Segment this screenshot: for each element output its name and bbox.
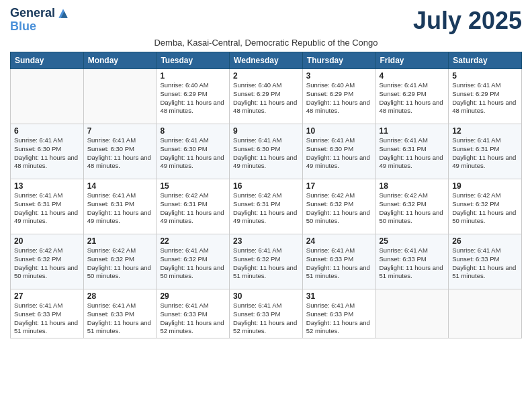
day-info: Sunrise: 6:40 AMSunset: 6:29 PMDaylight:… [233,81,299,116]
table-cell: 20Sunrise: 6:42 AMSunset: 6:32 PMDayligh… [11,234,84,289]
day-info: Sunrise: 6:41 AMSunset: 6:31 PMDaylight:… [87,191,153,226]
table-cell: 30Sunrise: 6:41 AMSunset: 6:33 PMDayligh… [230,289,303,338]
table-cell: 9Sunrise: 6:41 AMSunset: 6:30 PMDaylight… [230,124,303,179]
day-number: 28 [87,291,153,301]
table-cell: 11Sunrise: 6:41 AMSunset: 6:31 PMDayligh… [375,124,449,179]
day-info: Sunrise: 6:41 AMSunset: 6:31 PMDaylight:… [452,136,518,171]
day-number: 13 [14,181,80,191]
day-number: 10 [306,126,372,136]
table-cell: 17Sunrise: 6:42 AMSunset: 6:32 PMDayligh… [302,179,375,234]
table-cell: 3Sunrise: 6:40 AMSunset: 6:29 PMDaylight… [302,69,375,124]
day-number: 30 [233,291,299,301]
day-number: 4 [380,71,445,81]
day-number: 29 [160,291,226,301]
page: General Blue July 2025 Demba, Kasai-Cent… [0,0,532,411]
month-title: July 2025 [413,7,522,35]
day-info: Sunrise: 6:42 AMSunset: 6:32 PMDaylight:… [452,191,518,226]
table-cell: 4Sunrise: 6:41 AMSunset: 6:29 PMDaylight… [375,69,449,124]
day-number: 31 [306,291,372,301]
day-number: 25 [380,236,445,246]
day-number: 23 [233,236,299,246]
col-thursday: Thursday [302,52,375,69]
day-info: Sunrise: 6:41 AMSunset: 6:33 PMDaylight:… [452,246,518,281]
day-info: Sunrise: 6:41 AMSunset: 6:30 PMDaylight:… [233,136,299,171]
day-number: 19 [452,181,518,191]
day-number: 12 [452,126,518,136]
table-cell: 7Sunrise: 6:41 AMSunset: 6:30 PMDaylight… [83,124,157,179]
table-cell: 25Sunrise: 6:41 AMSunset: 6:33 PMDayligh… [375,234,449,289]
col-sunday: Sunday [11,52,84,69]
day-number: 22 [160,236,226,246]
day-info: Sunrise: 6:41 AMSunset: 6:30 PMDaylight:… [14,136,80,171]
day-number: 1 [160,71,226,81]
day-info: Sunrise: 6:42 AMSunset: 6:31 PMDaylight:… [160,191,226,226]
day-info: Sunrise: 6:40 AMSunset: 6:29 PMDaylight:… [306,81,372,116]
logo-text-line2: Blue [10,20,70,34]
col-saturday: Saturday [449,52,522,69]
table-cell: 5Sunrise: 6:41 AMSunset: 6:29 PMDaylight… [449,69,522,124]
table-cell [83,69,157,124]
table-cell: 2Sunrise: 6:40 AMSunset: 6:29 PMDaylight… [230,69,303,124]
table-cell: 12Sunrise: 6:41 AMSunset: 6:31 PMDayligh… [449,124,522,179]
table-cell: 1Sunrise: 6:40 AMSunset: 6:29 PMDaylight… [157,69,230,124]
day-number: 18 [380,181,445,191]
header: General Blue July 2025 [10,7,522,35]
table-cell: 22Sunrise: 6:41 AMSunset: 6:32 PMDayligh… [157,234,230,289]
calendar-table: Sunday Monday Tuesday Wednesday Thursday… [10,52,522,338]
day-number: 5 [452,71,518,81]
logo-icon [56,7,70,20]
day-number: 11 [380,126,445,136]
calendar-header-row: Sunday Monday Tuesday Wednesday Thursday… [11,52,522,69]
table-cell: 24Sunrise: 6:41 AMSunset: 6:33 PMDayligh… [302,234,375,289]
day-number: 17 [306,181,372,191]
day-number: 14 [87,181,153,191]
table-cell: 15Sunrise: 6:42 AMSunset: 6:31 PMDayligh… [157,179,230,234]
col-friday: Friday [375,52,449,69]
day-info: Sunrise: 6:41 AMSunset: 6:30 PMDaylight:… [87,136,153,171]
day-info: Sunrise: 6:42 AMSunset: 6:32 PMDaylight:… [87,246,153,281]
day-info: Sunrise: 6:41 AMSunset: 6:31 PMDaylight:… [14,191,80,226]
day-info: Sunrise: 6:41 AMSunset: 6:33 PMDaylight:… [306,302,372,336]
table-cell: 16Sunrise: 6:42 AMSunset: 6:31 PMDayligh… [230,179,303,234]
day-info: Sunrise: 6:41 AMSunset: 6:33 PMDaylight:… [87,302,153,336]
day-number: 3 [306,71,372,81]
table-cell [11,69,84,124]
table-cell: 23Sunrise: 6:41 AMSunset: 6:32 PMDayligh… [230,234,303,289]
day-info: Sunrise: 6:41 AMSunset: 6:33 PMDaylight:… [233,302,299,336]
day-info: Sunrise: 6:41 AMSunset: 6:33 PMDaylight:… [380,246,445,281]
day-number: 9 [233,126,299,136]
table-cell: 26Sunrise: 6:41 AMSunset: 6:33 PMDayligh… [449,234,522,289]
day-number: 24 [306,236,372,246]
table-cell: 29Sunrise: 6:41 AMSunset: 6:33 PMDayligh… [157,289,230,338]
table-cell: 10Sunrise: 6:41 AMSunset: 6:30 PMDayligh… [302,124,375,179]
table-cell: 21Sunrise: 6:42 AMSunset: 6:32 PMDayligh… [83,234,157,289]
day-info: Sunrise: 6:41 AMSunset: 6:31 PMDaylight:… [380,136,445,171]
table-cell: 31Sunrise: 6:41 AMSunset: 6:33 PMDayligh… [302,289,375,338]
day-number: 27 [14,291,80,301]
table-cell: 28Sunrise: 6:41 AMSunset: 6:33 PMDayligh… [83,289,157,338]
day-number: 15 [160,181,226,191]
day-info: Sunrise: 6:41 AMSunset: 6:33 PMDaylight:… [306,246,372,281]
day-info: Sunrise: 6:42 AMSunset: 6:32 PMDaylight:… [380,191,445,226]
day-info: Sunrise: 6:42 AMSunset: 6:31 PMDaylight:… [233,191,299,226]
day-number: 21 [87,236,153,246]
day-number: 20 [14,236,80,246]
logo: General Blue [10,7,70,34]
day-number: 16 [233,181,299,191]
day-number: 8 [160,126,226,136]
day-info: Sunrise: 6:41 AMSunset: 6:29 PMDaylight:… [452,81,518,116]
day-info: Sunrise: 6:41 AMSunset: 6:32 PMDaylight:… [233,246,299,281]
table-cell: 19Sunrise: 6:42 AMSunset: 6:32 PMDayligh… [449,179,522,234]
day-info: Sunrise: 6:40 AMSunset: 6:29 PMDaylight:… [160,81,226,116]
table-cell: 6Sunrise: 6:41 AMSunset: 6:30 PMDaylight… [11,124,84,179]
day-number: 2 [233,71,299,81]
day-number: 26 [452,236,518,246]
table-cell: 14Sunrise: 6:41 AMSunset: 6:31 PMDayligh… [83,179,157,234]
table-cell [449,289,522,338]
col-monday: Monday [83,52,157,69]
table-cell: 27Sunrise: 6:41 AMSunset: 6:33 PMDayligh… [11,289,84,338]
table-cell: 8Sunrise: 6:41 AMSunset: 6:30 PMDaylight… [157,124,230,179]
subtitle: Demba, Kasai-Central, Democratic Republi… [10,38,522,48]
day-info: Sunrise: 6:41 AMSunset: 6:33 PMDaylight:… [14,302,80,336]
day-info: Sunrise: 6:42 AMSunset: 6:32 PMDaylight:… [306,191,372,226]
